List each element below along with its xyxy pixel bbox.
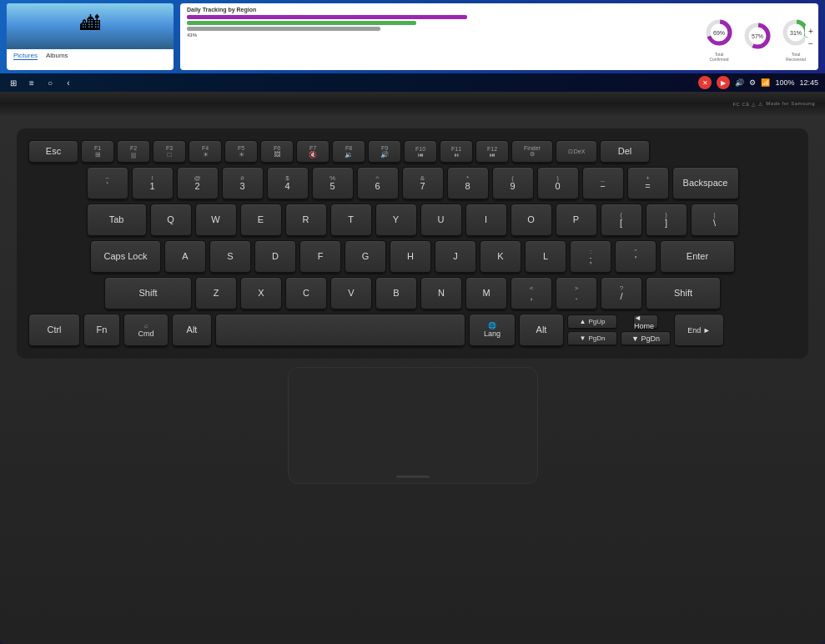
key-d[interactable]: D xyxy=(254,240,296,274)
key-rbracket[interactable]: } ] xyxy=(646,204,687,237)
key-e[interactable]: E xyxy=(240,204,282,237)
key-j[interactable]: J xyxy=(435,240,476,274)
key-fn[interactable]: Fn xyxy=(83,314,120,347)
key-0[interactable]: ) 0 xyxy=(537,167,579,200)
key-2[interactable]: @ 2 xyxy=(177,167,219,200)
key-f6[interactable]: F6 🖼 xyxy=(260,140,294,164)
key-f3[interactable]: F3 □ xyxy=(153,140,186,164)
key-ctrl[interactable]: Ctrl xyxy=(28,314,80,347)
key-enter[interactable]: Enter xyxy=(660,240,735,274)
key-f5[interactable]: F5 ☀ xyxy=(224,140,258,164)
key-6[interactable]: ^ 6 xyxy=(357,167,399,200)
key-f8[interactable]: F8 🔉 xyxy=(332,140,365,164)
key-slash[interactable]: ? / xyxy=(601,277,642,310)
taskbar-circle-icon[interactable]: ○ xyxy=(43,76,57,89)
key-h[interactable]: H xyxy=(390,240,431,274)
key-m[interactable]: M xyxy=(465,277,507,310)
key-pgdn[interactable]: ▼ PgDn xyxy=(567,331,617,346)
key-i[interactable]: I xyxy=(465,204,507,237)
key-equals[interactable]: + = xyxy=(627,167,669,200)
key-5[interactable]: % 5 xyxy=(312,167,354,200)
key-4[interactable]: $ 4 xyxy=(267,167,309,200)
key-r[interactable]: R xyxy=(285,204,327,237)
key-t[interactable]: T xyxy=(330,204,372,237)
key-y[interactable]: Y xyxy=(375,204,417,237)
key-f10[interactable]: F10 ⏮ xyxy=(404,140,437,164)
key-f7[interactable]: F7 🔇 xyxy=(296,140,329,164)
zoom-in-button[interactable]: + xyxy=(805,25,817,37)
key-8[interactable]: * 8 xyxy=(447,167,489,200)
nav-cluster: ▲ PgUp ▼ PgDn ◄ Home ▼ PgDn xyxy=(567,314,724,347)
key-lbracket[interactable]: { [ xyxy=(601,204,642,237)
fn-row: Esc F1 ⊞ F2 ||| F3 □ F4 ☀ F5 ☀ xyxy=(28,140,797,164)
key-quote[interactable]: " ' xyxy=(615,240,656,274)
taskbar-battery: 100% xyxy=(775,78,794,87)
key-lang[interactable]: 🌐 Lang xyxy=(469,314,516,347)
key-caps-lock[interactable]: Caps Lock xyxy=(90,240,161,274)
taskbar-back-icon[interactable]: ‹ xyxy=(62,76,75,89)
key-n[interactable]: N xyxy=(420,277,462,310)
hinge: FC CE △ ⚠ Made for Samsung xyxy=(0,92,825,115)
touchpad[interactable] xyxy=(288,367,538,484)
taskbar-badge-1: ✕ xyxy=(698,76,712,89)
key-shift-right[interactable]: Shift xyxy=(646,277,721,310)
key-b[interactable]: B xyxy=(375,277,417,310)
key-w[interactable]: W xyxy=(195,204,237,237)
key-comma[interactable]: < , xyxy=(511,277,552,310)
key-shift-left[interactable]: Shift xyxy=(104,277,192,310)
taskbar-grid-icon[interactable]: ⊞ xyxy=(7,76,20,89)
key-o[interactable]: O xyxy=(511,204,552,237)
key-backslash[interactable]: | \ xyxy=(691,204,739,237)
key-esc[interactable]: Esc xyxy=(28,140,78,164)
key-tab[interactable]: Tab xyxy=(87,204,147,237)
key-7[interactable]: & 7 xyxy=(402,167,444,200)
key-del[interactable]: Del xyxy=(600,140,650,164)
key-k[interactable]: K xyxy=(480,240,521,274)
key-s[interactable]: S xyxy=(209,240,251,274)
key-3[interactable]: # 3 xyxy=(222,167,264,200)
key-x[interactable]: X xyxy=(240,277,282,310)
key-1[interactable]: ! 1 xyxy=(132,167,174,200)
donut-confirmed: 69% TotalConfirmed xyxy=(703,17,735,62)
key-a[interactable]: A xyxy=(164,240,206,274)
key-alt-right[interactable]: Alt xyxy=(519,314,564,347)
key-f2[interactable]: F2 ||| xyxy=(117,140,150,164)
key-f[interactable]: F xyxy=(299,240,341,274)
key-arrow-left[interactable]: ◄ Home xyxy=(633,314,658,330)
key-u[interactable]: U xyxy=(420,204,462,237)
model-text: Made for Samsung xyxy=(766,101,815,106)
zxcv-row: Shift Z X C V B N M < , > . ? / Shift xyxy=(28,277,797,310)
key-g[interactable]: G xyxy=(345,240,386,274)
key-c[interactable]: C xyxy=(285,277,327,310)
key-minus[interactable]: _ − xyxy=(582,167,624,200)
key-f9[interactable]: F9 🔊 xyxy=(368,140,401,164)
key-alt-left[interactable]: Alt xyxy=(172,314,212,347)
key-space[interactable] xyxy=(215,314,465,347)
key-dex[interactable]: ⊡ DeX xyxy=(556,140,597,164)
key-9[interactable]: ( 9 xyxy=(492,167,534,200)
taskbar-wifi-icon: 📶 xyxy=(761,78,770,87)
taskbar-bars-icon[interactable]: ≡ xyxy=(25,76,38,89)
asdf-row: Caps Lock A S D F G H J K L : ; " ' Ente… xyxy=(28,240,797,274)
key-cmd[interactable]: ⌕ Cmd xyxy=(123,314,169,347)
key-pgup[interactable]: ▲ PgUp xyxy=(567,314,617,330)
key-end[interactable]: End ► xyxy=(674,314,724,347)
key-backspace[interactable]: Backspace xyxy=(672,167,739,200)
tab-pictures[interactable]: Pictures xyxy=(13,52,38,60)
key-q[interactable]: Q xyxy=(150,204,192,237)
key-z[interactable]: Z xyxy=(195,277,237,310)
key-f11[interactable]: F11 ⏯ xyxy=(440,140,473,164)
key-f12[interactable]: F12 ⏭ xyxy=(475,140,509,164)
key-l[interactable]: L xyxy=(525,240,566,274)
key-finder[interactable]: Finder ⚙ xyxy=(511,140,553,164)
key-period[interactable]: > . xyxy=(556,277,597,310)
key-p[interactable]: P xyxy=(556,204,597,237)
key-v[interactable]: V xyxy=(330,277,372,310)
key-f4[interactable]: F4 ☀ xyxy=(189,140,222,164)
zoom-out-button[interactable]: − xyxy=(805,38,817,49)
key-f1[interactable]: F1 ⊞ xyxy=(81,140,114,164)
tab-albums[interactable]: Albums xyxy=(46,52,68,60)
key-backtick[interactable]: ~ ` xyxy=(87,167,128,200)
key-arrow-down[interactable]: ▼ PgDn xyxy=(621,331,671,346)
key-semicolon[interactable]: : ; xyxy=(570,240,611,274)
